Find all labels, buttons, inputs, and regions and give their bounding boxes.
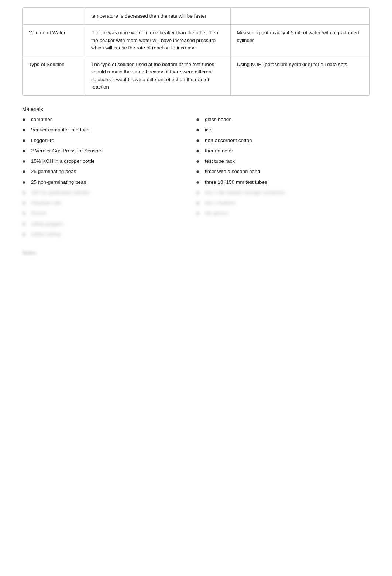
- item-text-blurred: Gloves: [31, 210, 47, 217]
- item-text: 25 germinating peas: [31, 168, 76, 175]
- cell-r2-c2: If there was more water in one beaker th…: [85, 25, 231, 56]
- list-item: ● three 18 ´150 mm test tubes: [196, 179, 370, 186]
- list-item: ● timer with a second hand: [196, 168, 370, 175]
- item-text: non-absorbent cotton: [205, 137, 252, 144]
- list-item: ● ice: [196, 126, 370, 134]
- list-item: ● LoggerPro: [22, 137, 196, 144]
- main-table: temperature Is decreased then the rate w…: [22, 7, 370, 96]
- bullet-icon: ●: [22, 158, 29, 164]
- item-text: test tube rack: [205, 158, 235, 165]
- cell-r3-c2: The type of solution used at the bottom …: [85, 56, 231, 96]
- table-row-temperature: temperature Is decreased then the rate w…: [23, 8, 369, 25]
- bullet-icon: ●: [196, 158, 203, 164]
- list-item: ● computer: [22, 116, 196, 123]
- list-item: ● glass beads: [196, 116, 370, 123]
- bullet-icon: ●: [22, 190, 29, 196]
- table-row-volume: Volume of Water If there was more water …: [23, 25, 369, 56]
- cell-r1-c3: [231, 8, 369, 25]
- materials-columns: ● computer ● Vernier computer interface …: [22, 116, 370, 241]
- bullet-icon: ●: [22, 231, 29, 237]
- item-text: glass beads: [205, 116, 231, 123]
- bullet-icon: ●: [196, 200, 203, 206]
- list-item-blurred: ● two 1 liter beaker storage containers: [196, 189, 370, 196]
- list-item: ● test tube rack: [196, 158, 370, 165]
- list-item: ● non-absorbent cotton: [196, 137, 370, 144]
- item-text: 25 non-germinating peas: [31, 179, 86, 186]
- bullet-icon: ●: [22, 221, 29, 227]
- bullet-icon: ●: [196, 179, 203, 185]
- item-text: timer with a second hand: [205, 168, 260, 175]
- bullet-icon: ●: [22, 138, 29, 144]
- materials-label: Materials:: [22, 106, 370, 112]
- bullet-icon: ●: [22, 169, 29, 175]
- bullet-icon: ●: [196, 148, 203, 154]
- list-item: ● 25 germinating peas: [22, 168, 196, 175]
- item-text-blurred: two 1 beakers: [205, 199, 236, 207]
- cell-r3-c1: Type of Solution: [23, 56, 85, 96]
- list-item: ● 2 Vernier Gas Pressure Sensors: [22, 147, 196, 155]
- bullet-icon: ●: [22, 148, 29, 154]
- bullet-icon: ●: [22, 200, 29, 206]
- bullet-icon: ●: [196, 210, 203, 216]
- list-item-blurred: ● Absolute ruler: [22, 199, 196, 207]
- list-item-blurred: ● Gloves: [22, 210, 196, 217]
- item-text: 2 Vernier Gas Pressure Sensors: [31, 147, 103, 155]
- notes-label: Notes:: [22, 250, 370, 256]
- list-item-blurred: ● 100 mL graduated cylinder: [22, 189, 196, 196]
- bullet-icon: ●: [22, 210, 29, 216]
- item-text: ice: [205, 126, 211, 134]
- materials-section: Materials: ● computer ● Vernier computer…: [22, 106, 370, 241]
- bullet-icon: ●: [196, 127, 203, 133]
- notes-section: Notes:: [22, 250, 370, 256]
- item-text-blurred: safety goggles: [31, 220, 63, 228]
- list-item: ● 15% KOH in a dropper bottle: [22, 158, 196, 165]
- item-text-blurred: Absolute ruler: [31, 199, 62, 207]
- item-text: 15% KOH in a dropper bottle: [31, 158, 95, 165]
- item-text: thermometer: [205, 147, 233, 155]
- materials-col-2: ● glass beads ● ice ● non-absorbent cott…: [196, 116, 370, 241]
- table-row-solution: Type of Solution The type of solution us…: [23, 56, 369, 96]
- bullet-icon: ●: [22, 179, 29, 185]
- list-item-blurred: ● lab aprons: [196, 210, 370, 217]
- list-item-blurred: ● safety goggles: [22, 220, 196, 228]
- item-text-blurred: rubber tubing: [31, 231, 61, 238]
- item-text-blurred: lab aprons: [205, 210, 228, 217]
- bullet-icon: ●: [196, 138, 203, 144]
- bullet-icon: ●: [22, 127, 29, 133]
- list-item: ● 25 non-germinating peas: [22, 179, 196, 186]
- list-item: ● thermometer: [196, 147, 370, 155]
- item-text: Vernier computer interface: [31, 126, 89, 134]
- item-text-blurred: 100 mL graduated cylinder: [31, 189, 90, 196]
- cell-r2-c1: Volume of Water: [23, 25, 85, 56]
- cell-r1-c2: temperature Is decreased then the rate w…: [85, 8, 231, 25]
- cell-r3-c3: Using KOH (potassium hydroxide) for all …: [231, 56, 369, 96]
- item-text: LoggerPro: [31, 137, 54, 144]
- bullet-icon: ●: [22, 117, 29, 123]
- item-text: three 18 ´150 mm test tubes: [205, 179, 267, 186]
- item-text-blurred: two 1 liter beaker storage containers: [205, 189, 285, 196]
- cell-r2-c3: Measuring out exactly 4.5 mL of water wi…: [231, 25, 369, 56]
- list-item-blurred: ● two 1 beakers: [196, 199, 370, 207]
- list-item: ● Vernier computer interface: [22, 126, 196, 134]
- cell-r1-c1: [23, 8, 85, 25]
- item-text: computer: [31, 116, 52, 123]
- list-item-blurred: ● rubber tubing: [22, 231, 196, 238]
- bullet-icon: ●: [196, 117, 203, 123]
- bullet-icon: ●: [196, 190, 203, 196]
- materials-col-1: ● computer ● Vernier computer interface …: [22, 116, 196, 241]
- bullet-icon: ●: [196, 169, 203, 175]
